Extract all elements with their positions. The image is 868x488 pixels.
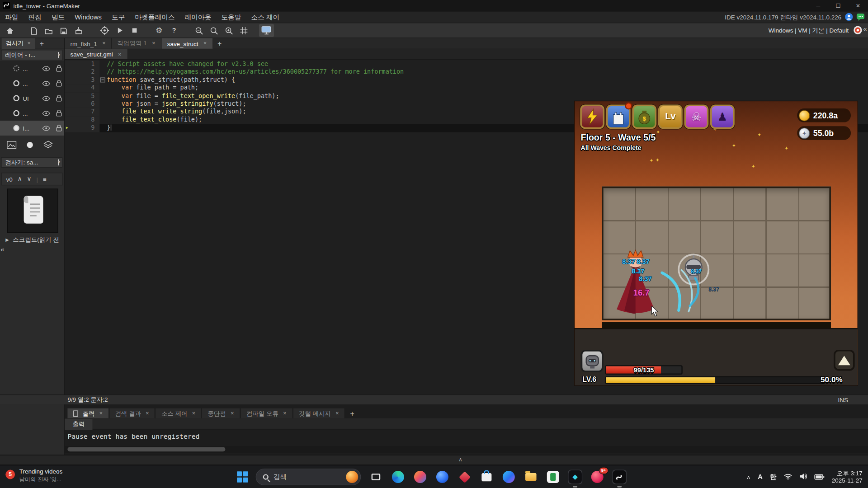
stop-icon[interactable] <box>127 24 142 37</box>
close-icon[interactable]: ✕ <box>203 41 207 46</box>
layer-item[interactable]: ... <box>0 106 64 121</box>
chevron-up-icon[interactable]: ∧ <box>18 175 22 183</box>
ability-lightning-button[interactable] <box>580 104 604 129</box>
eye-icon[interactable] <box>42 66 50 71</box>
menu-item[interactable]: 빌드 <box>47 12 70 23</box>
zoom-in-icon[interactable] <box>222 24 236 37</box>
code-text[interactable]: function save_struct(path,struct) { <box>107 76 868 84</box>
close-icon[interactable]: ✕ <box>283 411 287 416</box>
start-button[interactable] <box>237 471 248 482</box>
eye-icon[interactable] <box>42 125 50 131</box>
target-manager-icon[interactable] <box>853 25 863 36</box>
code-text[interactable]: var file_path = path; <box>107 84 868 92</box>
menu-item[interactable]: Windows <box>70 12 107 23</box>
close-button[interactable]: ✕ <box>848 0 868 12</box>
widgets-button[interactable]: 5 Trending videos 남미의 진짜 '잃... <box>5 468 62 483</box>
grid-icon[interactable] <box>236 24 251 37</box>
ime-korean-indicator[interactable]: 한 <box>770 472 777 482</box>
output-tab[interactable]: 중단점✕ <box>202 408 240 418</box>
settings-icon[interactable]: ⚙ <box>152 24 167 37</box>
layer-item[interactable]: ... <box>0 76 64 91</box>
menu-item[interactable]: 소스 제어 <box>246 12 285 23</box>
target-platform-text[interactable]: Windows | VM | 기본 | Default <box>769 27 849 35</box>
volume-icon[interactable] <box>799 472 807 482</box>
hero-portrait[interactable] <box>580 350 603 372</box>
image-layer-icon[interactable] <box>7 141 17 151</box>
zoom-reset-icon[interactable] <box>207 24 222 37</box>
eye-icon[interactable] <box>42 80 50 86</box>
code-line[interactable]: 1// Script assets have changed for v2.3.… <box>65 60 868 68</box>
windowed-view-icon[interactable] <box>259 24 274 37</box>
script-section-row[interactable]: ▶ 스크립트(읽기 전 <box>5 236 59 244</box>
add-tab-button[interactable]: + <box>346 408 359 418</box>
menu-item[interactable]: 편집 <box>23 12 46 23</box>
app-people-icon[interactable] <box>413 470 427 484</box>
wifi-icon[interactable] <box>783 472 792 482</box>
layer-item[interactable]: UI <box>0 91 64 106</box>
panel-collapse-strip[interactable]: ∧ <box>0 455 868 465</box>
code-text[interactable]: var file = file_text_open_write(file_pat… <box>107 92 868 100</box>
scrollbar-thumb[interactable] <box>67 447 225 451</box>
close-icon[interactable]: ✕ <box>192 411 195 416</box>
ime-latin-indicator[interactable]: A <box>758 473 763 481</box>
lock-icon[interactable] <box>56 65 62 72</box>
battery-icon[interactable] <box>814 472 825 482</box>
tab-save-struct-gml[interactable]: save_struct.gml ✕ <box>65 49 127 59</box>
menu-icon[interactable]: ≡ <box>43 176 47 183</box>
code-line[interactable]: 5 var file = file_text_open_write(file_p… <box>65 92 868 100</box>
close-icon[interactable]: ✕ <box>102 41 106 46</box>
run-icon[interactable] <box>112 24 127 37</box>
lock-icon[interactable] <box>56 80 62 87</box>
app-chat-app-icon[interactable]: 9+ <box>590 470 604 484</box>
code-text[interactable]: // https://help.yoyogames.com/hc/en-us/a… <box>107 68 868 76</box>
app-store-icon[interactable] <box>479 470 494 484</box>
workspace-tab[interactable]: rm_fish_1✕ <box>65 38 112 48</box>
tile-layer-icon[interactable] <box>43 141 53 151</box>
dock-collapse-right-icon[interactable]: « <box>863 25 867 33</box>
home-icon[interactable] <box>2 24 17 37</box>
maximize-button[interactable]: ☐ <box>828 0 848 12</box>
menu-item[interactable]: 도움말 <box>216 12 246 23</box>
clock[interactable]: 오후 3:17 2025-11-27 <box>832 470 863 484</box>
app-copilot-icon[interactable] <box>501 470 516 484</box>
output-section-tab[interactable]: 출력 <box>65 418 92 429</box>
save-project-icon[interactable] <box>56 24 71 37</box>
app-file-explorer-icon[interactable] <box>524 470 538 484</box>
ability-level-button[interactable]: Lv <box>658 104 683 129</box>
close-icon[interactable]: ✕ <box>152 41 156 46</box>
output-tab[interactable]: 검색 결과✕ <box>109 408 155 418</box>
zoom-out-icon[interactable] <box>192 24 207 37</box>
app-task-view-icon[interactable] <box>369 470 383 484</box>
search-input[interactable]: 검색 <box>256 469 361 485</box>
close-icon[interactable]: ✕ <box>99 411 103 416</box>
debug-target-icon[interactable] <box>97 24 112 37</box>
horizontal-scrollbar[interactable] <box>65 446 868 453</box>
app-gamemaker-beta-icon[interactable]: ◆ <box>568 470 582 484</box>
panel-toggle-button[interactable] <box>834 350 855 371</box>
output-tab[interactable]: 컴파일 오류✕ <box>241 408 292 418</box>
output-tab[interactable]: 출력✕ <box>67 408 108 418</box>
ability-tower-button[interactable] <box>606 104 631 129</box>
chevron-down-icon[interactable]: ∨ <box>27 175 32 183</box>
menu-item[interactable]: 도구 <box>107 12 130 23</box>
open-project-icon[interactable] <box>41 24 56 37</box>
ability-chess-button[interactable]: ♟ <box>710 104 735 129</box>
app-ruby-game-icon[interactable] <box>457 470 472 484</box>
output-tab[interactable]: 깃털 메시지✕ <box>293 408 345 418</box>
feedback-chat-icon[interactable] <box>856 13 864 22</box>
menu-item[interactable]: 마켓플레이스 <box>130 12 179 23</box>
code-text[interactable]: // Script assets have changed for v2.3.0… <box>107 60 868 68</box>
ability-money-bag-button[interactable]: $ <box>632 104 656 129</box>
add-tab-button[interactable]: + <box>213 38 226 48</box>
circle-layer-icon[interactable] <box>26 141 34 151</box>
workspace-tab[interactable]: save_struct✕ <box>161 38 213 48</box>
layer-item[interactable]: I... <box>0 121 64 136</box>
menu-item[interactable]: 레이아웃 <box>180 12 217 23</box>
layer-dropdown[interactable]: 레이어 - r... ▾ <box>1 50 62 60</box>
workspace-tab[interactable]: 작업영역 1✕ <box>112 38 161 48</box>
close-icon[interactable]: ✕ <box>118 52 122 56</box>
dock-collapse-left-icon[interactable]: « <box>0 246 4 253</box>
lock-icon[interactable] <box>56 109 62 117</box>
app-gamemaker-icon[interactable] <box>612 470 627 484</box>
layer-item[interactable]: ... <box>0 61 64 76</box>
